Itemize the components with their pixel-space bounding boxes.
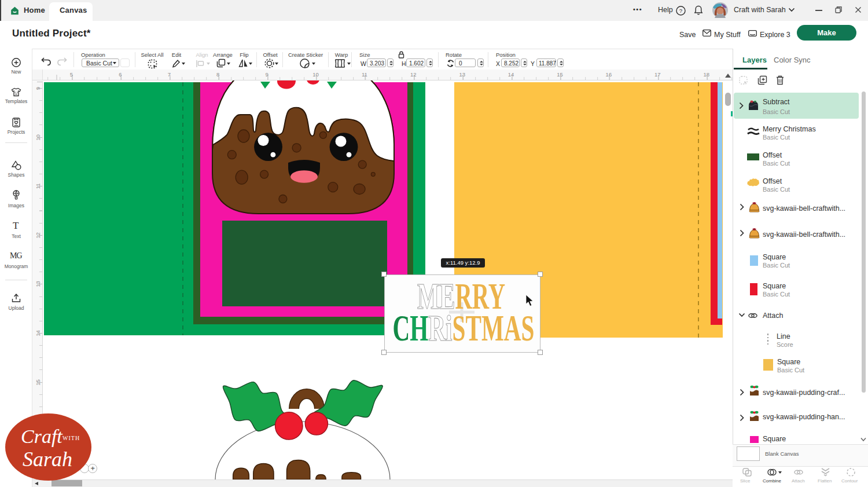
svg-text:?: ? — [679, 8, 682, 14]
svg-text:CHRiSTMAS: CHRiSTMAS — [393, 307, 535, 349]
